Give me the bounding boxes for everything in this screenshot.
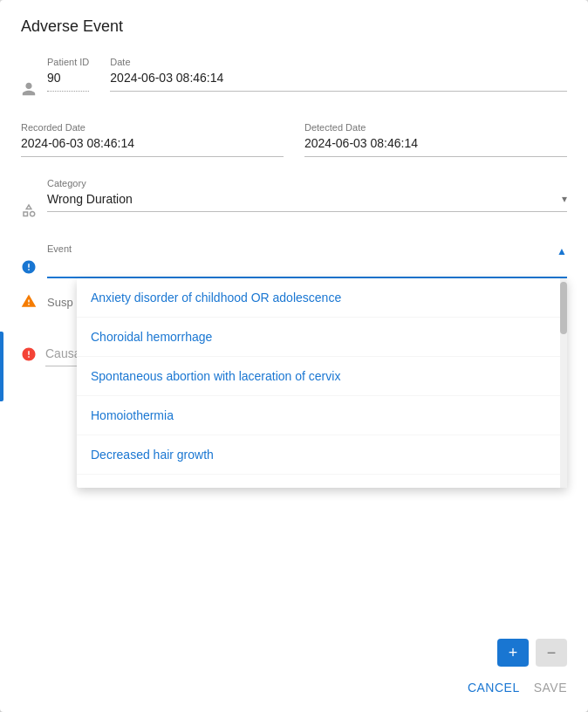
dropdown-item[interactable]: Homoiothermia xyxy=(77,396,567,435)
adverse-event-dialog: Adverse Event Patient ID 90 Date 2024-06… xyxy=(0,0,588,712)
category-select[interactable]: Wrong Duration ▾ xyxy=(47,192,567,212)
patient-id-label: Patient ID xyxy=(47,57,89,67)
category-label: Category xyxy=(47,178,567,188)
detected-date-value: 2024-06-03 08:46:14 xyxy=(304,136,567,157)
dialog-body: Patient ID 90 Date 2024-06-03 08:46:14 R… xyxy=(0,50,588,604)
event-label: Event xyxy=(47,243,567,254)
patient-id-content: Patient ID 90 xyxy=(47,57,89,92)
dialog-title: Adverse Event xyxy=(0,0,588,50)
dropdown-item[interactable]: Spontaneous abortion with laceration of … xyxy=(77,357,567,396)
event-dropdown: Anxiety disorder of childhood OR adolesc… xyxy=(77,278,567,488)
patient-id-value: 90 xyxy=(47,71,89,92)
patient-id-field-group: Patient ID 90 xyxy=(21,57,89,101)
category-icon xyxy=(21,202,38,222)
recorded-date-label: Recorded Date xyxy=(21,122,284,133)
category-content: Category Wrong Duration ▾ xyxy=(47,178,567,212)
date-value: 2024-06-03 08:46:14 xyxy=(110,71,567,92)
date-label: Date xyxy=(110,57,567,67)
scrollbar-track xyxy=(560,278,567,488)
detected-date-label: Detected Date xyxy=(304,122,567,133)
dropdown-item[interactable]: Choroidal hemorrhage xyxy=(77,318,567,357)
event-field-group: Event ▲ Anxiety disorder of childhood OR… xyxy=(21,243,567,279)
recorded-date-field: Recorded Date 2024-06-03 08:46:14 xyxy=(21,122,284,157)
category-arrow-icon: ▾ xyxy=(562,193,567,205)
category-value: Wrong Duration xyxy=(47,192,133,206)
detected-date-field: Detected Date 2024-06-03 08:46:14 xyxy=(304,122,567,157)
patient-date-row: Patient ID 90 Date 2024-06-03 08:46:14 xyxy=(21,57,567,101)
side-indicator xyxy=(0,332,3,401)
action-buttons: CANCEL SAVE xyxy=(0,674,588,712)
date-field-group: Date 2024-06-03 08:46:14 xyxy=(110,57,567,101)
alert-icon xyxy=(21,259,38,279)
dropdown-scroll[interactable]: Anxiety disorder of childhood OR adolesc… xyxy=(77,278,567,488)
dropdown-item[interactable]: Decreased hair growth xyxy=(77,435,567,475)
add-button[interactable]: + xyxy=(497,639,529,667)
dates-row: Recorded Date 2024-06-03 08:46:14 Detect… xyxy=(21,122,567,157)
recorded-date-value: 2024-06-03 08:46:14 xyxy=(21,136,284,157)
category-field-group: Category Wrong Duration ▾ xyxy=(21,178,567,222)
dropdown-item[interactable]: Chronic pharyngitis xyxy=(77,475,567,488)
dropdown-item[interactable]: Anxiety disorder of childhood OR adolesc… xyxy=(77,278,567,318)
scrollbar-thumb[interactable] xyxy=(560,282,567,334)
remove-button[interactable]: − xyxy=(536,639,567,667)
susp-label: Susp xyxy=(47,296,73,309)
event-arrow-icon[interactable]: ▲ xyxy=(557,245,567,257)
event-input-wrapper: Event ▲ Anxiety disorder of childhood OR… xyxy=(47,243,567,278)
save-button[interactable]: SAVE xyxy=(534,681,567,695)
warning-icon xyxy=(21,293,37,309)
causality-error-icon xyxy=(21,346,37,366)
cancel-button[interactable]: CANCEL xyxy=(468,681,520,695)
person-icon xyxy=(21,81,38,101)
add-remove-row: + − xyxy=(0,639,588,667)
event-input[interactable] xyxy=(47,257,567,278)
